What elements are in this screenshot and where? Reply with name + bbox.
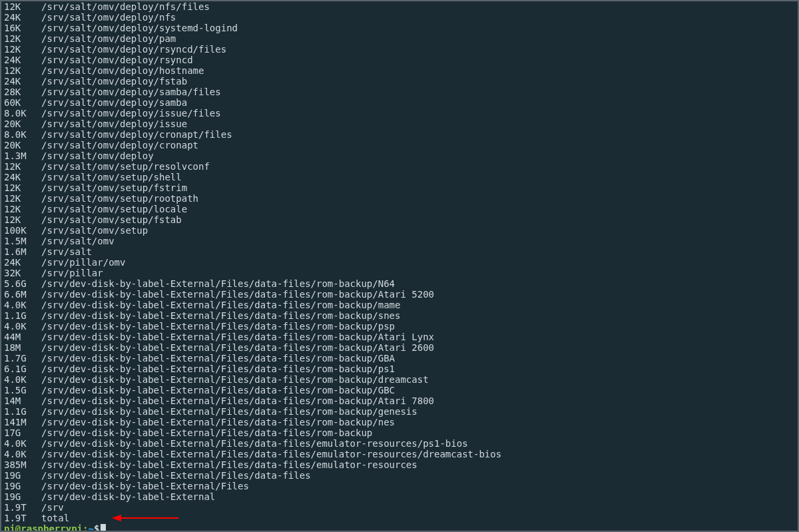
du-output-row: 24K/srv/salt/omv/deploy/fstab — [4, 76, 795, 87]
du-output-row: 4.0K/srv/dev-disk-by-label-External/File… — [4, 374, 795, 385]
prompt-sep: : — [83, 523, 88, 532]
du-output-row: 1.7G/srv/dev-disk-by-label-External/File… — [4, 353, 795, 364]
size-value: 12K — [4, 33, 41, 44]
size-value: 14M — [4, 396, 41, 406]
du-output-row: 19G/srv/dev-disk-by-label-External/Files… — [4, 470, 795, 481]
du-output-row: 12K/srv/salt/omv/deploy/nfs/files — [4, 1, 795, 12]
du-output-row: 1.5G/srv/dev-disk-by-label-External/File… — [4, 385, 795, 396]
du-output-row: 14M/srv/dev-disk-by-label-External/Files… — [4, 396, 795, 406]
cursor-icon — [101, 524, 106, 533]
svg-marker-1 — [112, 515, 121, 521]
du-output-row: 100K/srv/salt/omv/setup — [4, 225, 795, 236]
size-value: 19G — [4, 491, 41, 502]
path-value: /srv/dev-disk-by-label-External/Files/da… — [41, 427, 795, 438]
path-value: /srv/salt/omv — [41, 236, 795, 246]
du-output-row: 20K/srv/salt/omv/deploy/issue — [4, 119, 795, 129]
size-value: 20K — [4, 119, 41, 129]
size-value: 8.0K — [4, 108, 41, 119]
du-output-row: 12K/srv/salt/omv/setup/rootpath — [4, 193, 795, 204]
size-value: 8.0K — [4, 129, 41, 140]
terminal-window[interactable]: 12K/srv/salt/omv/deploy/nfs/files24K/srv… — [0, 0, 799, 532]
size-value: 19G — [4, 481, 41, 491]
path-value: /srv/dev-disk-by-label-External/Files/da… — [41, 321, 795, 332]
du-output-row: 18M/srv/dev-disk-by-label-External/Files… — [4, 342, 795, 353]
du-output-row: 1.6M/srv/salt — [4, 246, 795, 257]
du-output-row: 1.9T/srv — [4, 502, 795, 513]
size-value: 12K — [4, 204, 41, 214]
du-output-row: 32K/srv/pillar — [4, 268, 795, 278]
size-value: 24K — [4, 55, 41, 65]
du-output-row: 60K/srv/salt/omv/deploy/samba — [4, 97, 795, 108]
prompt-user-host: pi@raspberrypi — [4, 523, 83, 532]
size-value: 44M — [4, 332, 41, 342]
size-value: 24K — [4, 172, 41, 182]
terminal-output: 12K/srv/salt/omv/deploy/nfs/files24K/srv… — [1, 1, 798, 523]
size-value: 1.9T — [4, 513, 41, 523]
du-output-row: 4.0K/srv/dev-disk-by-label-External/File… — [4, 300, 795, 310]
du-output-row: 44M/srv/dev-disk-by-label-External/Files… — [4, 332, 795, 342]
path-value: /srv/dev-disk-by-label-External/Files/da… — [41, 374, 795, 385]
path-value: /srv/salt/omv/deploy/samba/files — [41, 87, 795, 97]
path-value: /srv/dev-disk-by-label-External/Files/da… — [41, 385, 795, 396]
size-value: 24K — [4, 257, 41, 268]
path-value: /srv/dev-disk-by-label-External/Files/da… — [41, 342, 795, 353]
du-output-row: 4.0K/srv/dev-disk-by-label-External/File… — [4, 438, 795, 449]
size-value: 4.0K — [4, 449, 41, 459]
path-value: /srv/dev-disk-by-label-External — [41, 491, 795, 502]
du-output-row: 8.0K/srv/salt/omv/deploy/issue/files — [4, 108, 795, 119]
path-value: /srv/dev-disk-by-label-External/Files/da… — [41, 470, 795, 481]
du-output-row: 8.0K/srv/salt/omv/deploy/cronapt/files — [4, 129, 795, 140]
du-output-row: 12K/srv/salt/omv/deploy/hostname — [4, 65, 795, 76]
path-value: /srv/salt/omv/setup — [41, 225, 795, 236]
du-output-row: 17G/srv/dev-disk-by-label-External/Files… — [4, 427, 795, 438]
path-value: /srv/salt/omv/deploy/rsyncd — [41, 55, 795, 65]
path-value: /srv/salt/omv/deploy/systemd-logind — [41, 23, 795, 33]
du-output-row: 6.6M/srv/dev-disk-by-label-External/File… — [4, 289, 795, 300]
size-value: 5.6G — [4, 278, 41, 289]
path-value: /srv/dev-disk-by-label-External/Files/da… — [41, 364, 795, 374]
size-value: 18M — [4, 342, 41, 353]
path-value: /srv/dev-disk-by-label-External/Files/da… — [41, 449, 795, 459]
size-value: 19G — [4, 470, 41, 481]
size-value: 24K — [4, 76, 41, 87]
path-value: /srv/salt — [41, 246, 795, 257]
du-output-row: 19G/srv/dev-disk-by-label-External — [4, 491, 795, 502]
path-value: /srv/dev-disk-by-label-External/Files/da… — [41, 289, 795, 300]
du-output-row: 1.1G/srv/dev-disk-by-label-External/File… — [4, 406, 795, 417]
path-value: /srv/salt/omv/setup/shell — [41, 172, 795, 182]
path-value: /srv/dev-disk-by-label-External/Files/da… — [41, 278, 795, 289]
du-output-row: 1.5M/srv/salt/omv — [4, 236, 795, 246]
size-value: 6.6M — [4, 289, 41, 300]
size-value: 4.0K — [4, 321, 41, 332]
path-value: /srv/dev-disk-by-label-External/Files — [41, 481, 795, 491]
arrow-annotation-icon — [112, 514, 178, 522]
du-output-row: 1.9Ttotal — [4, 513, 795, 523]
path-value: /srv/dev-disk-by-label-External/Files/da… — [41, 300, 795, 310]
du-output-row: 141M/srv/dev-disk-by-label-External/File… — [4, 417, 795, 427]
du-output-row: 28K/srv/salt/omv/deploy/samba/files — [4, 87, 795, 97]
size-value: 60K — [4, 97, 41, 108]
du-output-row: 19G/srv/dev-disk-by-label-External/Files — [4, 481, 795, 491]
du-output-row: 16K/srv/salt/omv/deploy/systemd-logind — [4, 23, 795, 33]
size-value: 141M — [4, 417, 41, 427]
shell-prompt[interactable]: pi@raspberrypi:~ $ — [1, 523, 798, 532]
size-value: 12K — [4, 193, 41, 204]
size-value: 17G — [4, 427, 41, 438]
size-value: 1.3M — [4, 150, 41, 161]
size-value: 12K — [4, 182, 41, 193]
size-value: 1.1G — [4, 406, 41, 417]
size-value: 1.7G — [4, 353, 41, 364]
path-value: /srv/salt/omv/setup/locale — [41, 204, 795, 214]
du-output-row: 6.1G/srv/dev-disk-by-label-External/File… — [4, 364, 795, 374]
path-value: /srv/dev-disk-by-label-External/Files/da… — [41, 396, 795, 406]
path-value: /srv/dev-disk-by-label-External/Files/da… — [41, 459, 795, 470]
du-output-row: 12K/srv/salt/omv/setup/fstab — [4, 214, 795, 225]
path-value: /srv/salt/omv/deploy/rsyncd/files — [41, 44, 795, 55]
size-value: 32K — [4, 268, 41, 278]
size-value: 6.1G — [4, 364, 41, 374]
path-value: /srv/salt/omv/setup/rootpath — [41, 193, 795, 204]
du-output-row: 24K/srv/pillar/omv — [4, 257, 795, 268]
path-value: /srv/salt/omv/setup/resolvconf — [41, 161, 795, 172]
path-value: /srv/dev-disk-by-label-External/Files/da… — [41, 406, 795, 417]
path-value: /srv/salt/omv/deploy/cronapt/files — [41, 129, 795, 140]
